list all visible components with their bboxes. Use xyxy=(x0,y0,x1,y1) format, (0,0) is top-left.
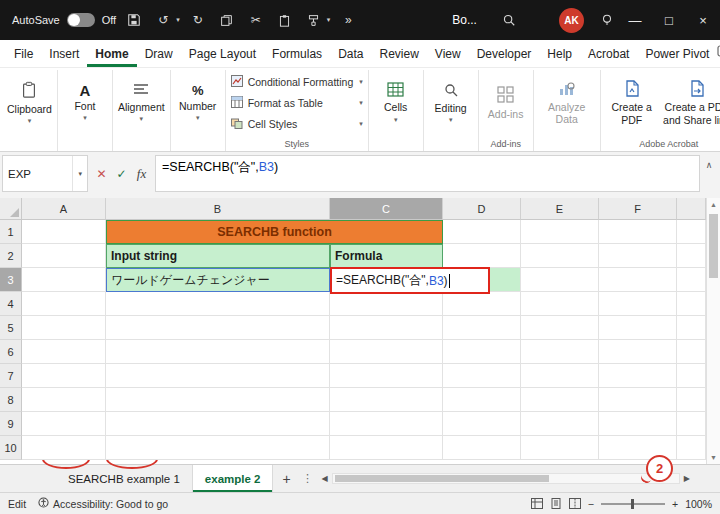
horizontal-scrollbar[interactable]: ◀ ▶ xyxy=(321,469,690,488)
row-header-3[interactable]: 3 xyxy=(0,268,22,292)
column-header-F[interactable]: F xyxy=(599,198,677,220)
column-header-E[interactable]: E xyxy=(521,198,599,220)
name-box[interactable]: EXP ▾ xyxy=(2,155,88,192)
cell-B3-input-value[interactable]: ワールドゲームチェンジャー xyxy=(106,268,330,292)
font-button[interactable]: A Font ▾ xyxy=(63,84,107,122)
cell[interactable] xyxy=(22,412,106,436)
column-header-C[interactable]: C xyxy=(330,198,443,220)
vertical-scrollbar[interactable]: ▲ ▼ xyxy=(706,198,720,464)
menu-acrobat[interactable]: Acrobat xyxy=(580,40,637,67)
sheet-tab-2-active[interactable]: example 2 xyxy=(193,465,274,492)
row-header-1[interactable]: 1 xyxy=(0,220,22,244)
copy-icon[interactable] xyxy=(216,9,238,31)
cell[interactable] xyxy=(106,340,330,364)
menu-insert[interactable]: Insert xyxy=(41,40,87,67)
menu-view[interactable]: View xyxy=(427,40,469,67)
format-as-table-button[interactable]: Format as Table ▾ xyxy=(231,95,363,112)
cell[interactable] xyxy=(443,436,521,460)
number-button[interactable]: % Number ▾ xyxy=(176,84,220,122)
in-cell-formula-editor[interactable]: =SEARCHB("合",B3) xyxy=(330,267,490,294)
save-icon[interactable] xyxy=(123,9,145,31)
search-icon[interactable] xyxy=(498,9,520,31)
cell[interactable] xyxy=(443,244,521,268)
page-layout-view-icon[interactable] xyxy=(550,498,562,509)
column-header-B[interactable]: B xyxy=(106,198,330,220)
cell[interactable] xyxy=(599,388,677,412)
row-header-5[interactable]: 5 xyxy=(0,316,22,340)
cell[interactable] xyxy=(521,268,599,292)
menu-file[interactable]: File xyxy=(6,40,41,67)
alignment-button[interactable]: Alignment ▾ xyxy=(118,83,165,123)
cell[interactable] xyxy=(330,412,443,436)
zoom-level[interactable]: 100% xyxy=(685,498,712,510)
cell[interactable] xyxy=(22,292,106,316)
formula-input[interactable]: =SEARCHB("合",B3) xyxy=(155,155,700,192)
paste-icon[interactable] xyxy=(274,9,296,31)
row-header-8[interactable]: 8 xyxy=(0,388,22,412)
cell[interactable] xyxy=(106,292,330,316)
zoom-slider-thumb[interactable] xyxy=(631,499,634,509)
cut-icon[interactable]: ✂ xyxy=(245,9,267,31)
cells-button[interactable]: Cells ▾ xyxy=(374,82,418,123)
cell[interactable] xyxy=(22,436,106,460)
cell-B1-C1-title[interactable]: SEARCHB function xyxy=(106,220,443,244)
cell-styles-button[interactable]: Cell Styles ▾ xyxy=(231,116,363,133)
cell[interactable] xyxy=(22,316,106,340)
zoom-out-button[interactable]: − xyxy=(588,498,594,510)
menu-review[interactable]: Review xyxy=(371,40,426,67)
cell[interactable] xyxy=(106,364,330,388)
cell[interactable] xyxy=(106,316,330,340)
cell[interactable] xyxy=(106,388,330,412)
tab-splitter-icon[interactable]: ⋮ xyxy=(299,465,315,492)
workbook-title[interactable]: Bo... xyxy=(452,13,477,27)
cell[interactable] xyxy=(330,388,443,412)
cell-C2-formula-header[interactable]: Formula xyxy=(330,244,443,268)
menu-formulas[interactable]: Formulas xyxy=(264,40,330,67)
cell-B2-input-header[interactable]: Input string xyxy=(106,244,330,268)
new-sheet-button[interactable]: + xyxy=(273,465,299,492)
vertical-scroll-thumb[interactable] xyxy=(709,214,718,278)
cell[interactable] xyxy=(443,412,521,436)
cell[interactable] xyxy=(599,268,677,292)
row-header-6[interactable]: 6 xyxy=(0,340,22,364)
overflow-icon[interactable]: » xyxy=(337,9,359,31)
cell[interactable] xyxy=(599,220,677,244)
format-painter-icon[interactable] xyxy=(303,9,325,31)
cell[interactable] xyxy=(521,340,599,364)
cell[interactable] xyxy=(599,292,677,316)
row-header-9[interactable]: 9 xyxy=(0,412,22,436)
cell-A2[interactable] xyxy=(22,244,106,268)
cell[interactable] xyxy=(521,292,599,316)
cell[interactable] xyxy=(599,412,677,436)
cell[interactable] xyxy=(599,316,677,340)
cell[interactable] xyxy=(521,412,599,436)
page-break-view-icon[interactable] xyxy=(569,498,581,509)
cell[interactable] xyxy=(521,244,599,268)
cancel-entry-button[interactable]: ✕ xyxy=(92,167,111,181)
row-header-4[interactable]: 4 xyxy=(0,292,22,316)
cell[interactable] xyxy=(330,340,443,364)
column-header-A[interactable]: A xyxy=(22,198,106,220)
menu-draw[interactable]: Draw xyxy=(137,40,181,67)
clipboard-button[interactable]: Clipboard ▾ xyxy=(7,81,52,125)
cell[interactable] xyxy=(330,364,443,388)
scroll-right-icon[interactable]: ▶ xyxy=(684,474,690,483)
menu-developer[interactable]: Developer xyxy=(469,40,540,67)
scroll-down-icon[interactable]: ▼ xyxy=(710,454,717,461)
cell[interactable] xyxy=(599,244,677,268)
menu-data[interactable]: Data xyxy=(330,40,371,67)
enter-entry-button[interactable]: ✓ xyxy=(112,167,131,181)
conditional-formatting-button[interactable]: Conditional Formatting ▾ xyxy=(231,74,363,91)
scroll-left-icon[interactable]: ◀ xyxy=(321,474,327,483)
row-header-2[interactable]: 2 xyxy=(0,244,22,268)
cell[interactable] xyxy=(106,412,330,436)
analyze-data-button[interactable]: Analyze Data xyxy=(539,81,595,125)
cell[interactable] xyxy=(106,436,330,460)
cell[interactable] xyxy=(443,292,521,316)
create-pdf-share-button[interactable]: Create a PDF and Share link xyxy=(662,80,720,125)
horizontal-scroll-track[interactable] xyxy=(332,473,680,484)
row-header-10[interactable]: 10 xyxy=(0,436,22,460)
menu-power-pivot[interactable]: Power Pivot xyxy=(637,40,717,67)
cell-C3-active[interactable]: =SEARCHB("合",B3) xyxy=(330,268,443,292)
cell[interactable] xyxy=(330,436,443,460)
